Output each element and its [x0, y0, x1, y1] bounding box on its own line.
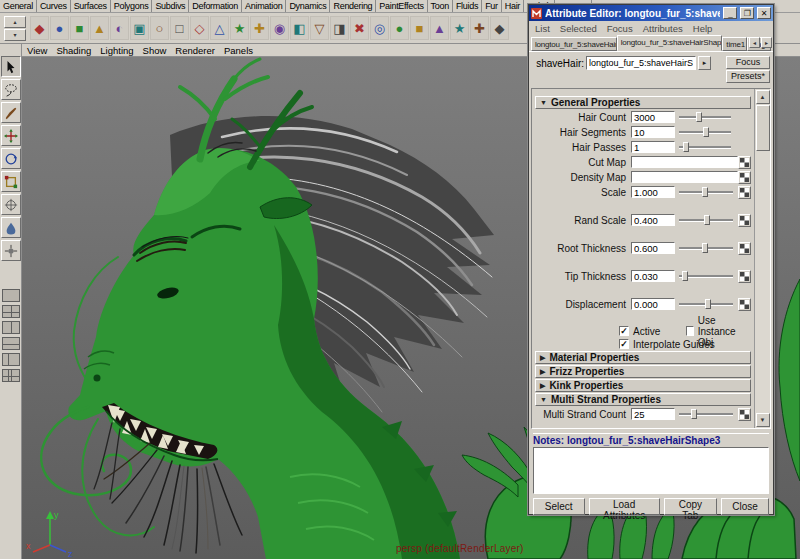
rand-scale-texture-button[interactable]	[738, 214, 751, 227]
ae-menu-item[interactable]: List	[535, 23, 550, 34]
menu-item[interactable]: Fur	[482, 0, 502, 12]
menu-item[interactable]: Deformation	[189, 0, 242, 12]
scale-tool-icon[interactable]	[1, 171, 21, 192]
layout-four-pane-button[interactable]	[2, 305, 20, 318]
slider-handle[interactable]	[703, 127, 709, 137]
menu-item[interactable]: Toon	[428, 0, 453, 12]
menu-item[interactable]: Surfaces	[71, 0, 111, 12]
close-button-footer[interactable]: Close	[721, 498, 769, 515]
shelf-tool-icon[interactable]: ✚	[250, 16, 269, 40]
slider-handle[interactable]	[702, 243, 708, 253]
shelf-tool-icon[interactable]: ○	[150, 16, 169, 40]
hair-passes-field[interactable]	[631, 141, 675, 153]
attribute-editor-titlebar[interactable]: Attribute Editor: longtou_fur_5:shave...…	[529, 5, 773, 21]
scale-texture-button[interactable]	[738, 186, 751, 199]
tip-thickness-slider[interactable]	[679, 270, 733, 282]
viewport-menu-item[interactable]: Show	[143, 45, 167, 56]
layout-three-pane-button[interactable]	[2, 369, 20, 382]
active-checkbox[interactable]: ✓	[619, 326, 629, 336]
focus-button[interactable]: Focus	[726, 56, 770, 69]
ae-menu-item[interactable]: Attributes	[643, 23, 683, 34]
paint-select-tool-icon[interactable]	[1, 102, 21, 123]
viewport-menu-item[interactable]: Panels	[224, 45, 253, 56]
shelf-tool-icon[interactable]: ◐	[110, 16, 129, 40]
presets-button[interactable]: Presets*	[726, 70, 770, 83]
shelf-tool-icon[interactable]: ◆	[490, 16, 509, 40]
section-multi-strand-properties[interactable]: ▼ Multi Strand Properties	[535, 393, 751, 406]
menu-item[interactable]: Subdivs	[152, 0, 189, 12]
load-attributes-button[interactable]: Load Attributes	[589, 498, 660, 515]
scale-field[interactable]	[631, 186, 675, 198]
multi-strand-count-field[interactable]	[631, 408, 675, 420]
slider-handle[interactable]	[682, 271, 688, 281]
shelf-tool-icon[interactable]: △	[210, 16, 229, 40]
rand-scale-field[interactable]	[631, 214, 675, 226]
layout-two-horizontal-button[interactable]	[2, 337, 20, 350]
rand-scale-slider[interactable]	[679, 214, 733, 226]
hair-segments-field[interactable]	[631, 126, 675, 138]
shelf-tool-icon[interactable]: ▽	[310, 16, 329, 40]
shelf-tool-icon[interactable]: ◉	[270, 16, 289, 40]
shelf-prev-button[interactable]: ▴	[4, 16, 26, 28]
viewport-menu-item[interactable]: Shading	[56, 45, 91, 56]
root-thickness-slider[interactable]	[679, 242, 733, 254]
viewport-menu-item[interactable]: View	[27, 45, 47, 56]
notes-textarea[interactable]	[533, 447, 769, 494]
hair-count-field[interactable]	[631, 111, 675, 123]
shelf-tool-icon[interactable]: ▲	[430, 16, 449, 40]
menu-item[interactable]: Hair	[502, 0, 524, 12]
interpolate-guides-checkbox[interactable]: ✓	[619, 339, 629, 349]
displacement-texture-button[interactable]	[738, 298, 751, 311]
menu-item[interactable]: Fluids	[453, 0, 482, 12]
move-tool-icon[interactable]	[1, 125, 21, 146]
tab-shavehairshape3[interactable]: longtou_fur_5:shaveHairShape3	[617, 35, 723, 51]
shelf-tool-icon[interactable]: ●	[50, 16, 69, 40]
hair-count-slider[interactable]	[679, 111, 731, 123]
slider-handle[interactable]	[691, 409, 697, 419]
displacement-field[interactable]	[631, 298, 675, 310]
scale-slider[interactable]	[679, 186, 733, 198]
ae-menu-item[interactable]: Help	[693, 23, 713, 34]
shelf-tool-icon[interactable]: ★	[450, 16, 469, 40]
tab-shavehair3[interactable]: longtou_fur_5:shaveHair3	[531, 37, 617, 51]
root-thickness-field[interactable]	[631, 242, 675, 254]
shelf-tool-icon[interactable]: ▲	[90, 16, 109, 40]
slider-handle[interactable]	[683, 142, 689, 152]
density-map-field[interactable]	[631, 171, 738, 183]
tab-time1[interactable]: time1	[722, 37, 747, 51]
multi-strand-count-slider[interactable]	[679, 408, 733, 420]
tip-thickness-texture-button[interactable]	[738, 270, 751, 283]
lasso-tool-icon[interactable]	[1, 79, 21, 100]
slider-handle[interactable]	[696, 112, 702, 122]
show-manip-tool-icon[interactable]	[1, 240, 21, 261]
slider-handle[interactable]	[702, 187, 708, 197]
shelf-tool-icon[interactable]: ◆	[30, 16, 49, 40]
menu-item[interactable]: PaintEffects	[376, 0, 427, 12]
ae-menu-item[interactable]: Focus	[607, 23, 633, 34]
shelf-tool-icon[interactable]: ✖	[350, 16, 369, 40]
layout-outliner-persp-button[interactable]	[2, 353, 20, 366]
section-general-properties[interactable]: ▼ General Properties	[535, 96, 751, 109]
shelf-tool-icon[interactable]: ●	[390, 16, 409, 40]
section-material-properties[interactable]: ▶ Material Properties	[535, 351, 751, 364]
tab-scroll-right-button[interactable]: ▸	[761, 37, 772, 48]
displacement-slider[interactable]	[679, 298, 733, 310]
menu-item[interactable]: Dynamics	[286, 0, 330, 12]
tab-scroll-left-button[interactable]: ◂	[749, 37, 760, 48]
select-tool-icon[interactable]	[1, 56, 21, 77]
section-frizz-properties[interactable]: ▶ Frizz Properties	[535, 365, 751, 378]
menu-item[interactable]: Animation	[242, 0, 286, 12]
cut-map-field[interactable]	[631, 156, 738, 168]
menu-item[interactable]: Polygons	[111, 0, 153, 12]
hair-segments-slider[interactable]	[679, 126, 731, 138]
rotate-tool-icon[interactable]	[1, 148, 21, 169]
shelf-tool-icon[interactable]: ◇	[190, 16, 209, 40]
shelf-tool-icon[interactable]: ■	[410, 16, 429, 40]
shelf-tool-icon[interactable]: ▣	[130, 16, 149, 40]
layout-two-vertical-button[interactable]	[2, 321, 20, 334]
multi-strand-count-texture-button[interactable]	[738, 408, 751, 421]
menu-item[interactable]: Curves	[37, 0, 71, 12]
shelf-tool-icon[interactable]: □	[170, 16, 189, 40]
scroll-down-button[interactable]: ▼	[756, 413, 770, 427]
shelf-tool-icon[interactable]: ◧	[290, 16, 309, 40]
